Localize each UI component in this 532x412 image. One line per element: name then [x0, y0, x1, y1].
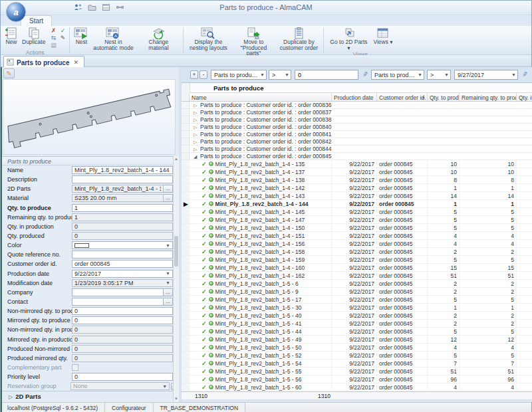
table-row[interactable]: ✓Mint_Ply_1.8_rev2_batch_1-4 - 1459/22/2… — [182, 208, 532, 216]
table-row[interactable]: ✓Mint_Ply_1.8_rev2_batch_1-5 - 69/22/201… — [182, 280, 532, 288]
field-input[interactable]: ▼ — [72, 241, 173, 249]
table-row[interactable]: ✓Mint_Ply_1.8_rev2_batch_1-5 - 529/22/20… — [182, 352, 532, 360]
duplicate-button[interactable]: Duplicate — [20, 27, 47, 46]
field-input[interactable] — [72, 298, 164, 306]
field-input[interactable] — [72, 175, 173, 183]
column-remaining-qty[interactable]: Remaining qty. to produce — [460, 93, 517, 101]
field-input[interactable]: 0 — [72, 354, 173, 362]
close-tab-icon[interactable]: ✕ — [72, 59, 80, 66]
collapsed-icon[interactable]: ▷ — [194, 146, 200, 153]
move-to-produced-button[interactable]: Move to "Produced parts" — [231, 27, 276, 57]
duplicate-by-customer-order-button[interactable]: Duplicate by customer order — [276, 27, 321, 51]
browse-button[interactable]: ... — [164, 288, 173, 296]
expander-2d-parts[interactable]: ▷2D Parts — [2, 391, 179, 401]
clear-filter1-icon[interactable]: ✎ — [361, 70, 369, 77]
collapsed-icon[interactable]: ▷ — [194, 116, 200, 124]
table-row[interactable]: ✓Mint_Ply_1.8_rev2_batch_1-4 - 1599/22/2… — [182, 256, 532, 264]
nest-button[interactable]: Nest — [72, 27, 90, 46]
group-row[interactable]: ▷Parts to produce : Customer order id. :… — [182, 109, 532, 116]
app-menu-button[interactable]: a — [6, 2, 26, 22]
table-row[interactable]: ✓Mint_Ply_1.8_rev2_batch_1-4 - 1509/22/2… — [182, 224, 532, 232]
group-row[interactable]: ▷Parts to produce : Customer order id. :… — [182, 102, 532, 109]
display-nesting-layouts-button[interactable]: Display the nesting layouts — [186, 27, 231, 51]
table-row[interactable]: ✓Mint_Ply_1.8_rev2_batch_1-4 - 1359/22/2… — [182, 160, 532, 168]
group-row[interactable]: ◢Parts to produce : Customer order id. :… — [182, 153, 532, 160]
collapsed-icon[interactable]: ▷ — [194, 102, 200, 109]
form-scrollbar[interactable]: ▲ ▼ — [173, 156, 179, 402]
scroll-up-icon[interactable]: ▲ — [174, 156, 179, 162]
filter1-field-select[interactable]: Parts to produce : Re...▼ — [211, 70, 267, 80]
go-to-2d-parts-button[interactable]: Go to 2D Parts ▾ — [326, 27, 371, 51]
refresh-icon[interactable]: ⇆ — [49, 35, 58, 42]
complementary-part-checkbox[interactable] — [72, 364, 78, 371]
column-qty-to-produce[interactable]: Qty. to produce — [428, 93, 460, 101]
field-input[interactable]: 0 — [72, 223, 173, 231]
table-row[interactable]: ✓Mint_Ply_1.8_rev2_batch_1-4 - 1389/22/2… — [182, 176, 532, 184]
filter1-value-input[interactable] — [295, 70, 358, 80]
field-input[interactable]: 9/22/2017▼ — [72, 270, 173, 278]
group-row[interactable]: ▷Parts to produce : Customer order id. :… — [182, 131, 532, 138]
table-row[interactable]: ✓Mint_Ply_1.8_rev2_batch_1-5 - 179/22/20… — [182, 296, 532, 304]
field-input[interactable]: 1 — [72, 213, 173, 221]
change-material-button[interactable]: Change material — [136, 27, 181, 51]
column-name[interactable]: Name — [190, 93, 332, 101]
collapsed-icon[interactable]: ▷ — [194, 109, 200, 116]
field-input[interactable]: 0 — [72, 345, 173, 353]
table-row[interactable]: ✓Mint_Ply_1.8_rev2_batch_1-5 - 449/22/20… — [182, 328, 532, 336]
field-input[interactable]: 0 — [72, 232, 173, 240]
expanded-icon[interactable]: ◢ — [194, 153, 200, 160]
edit-icon[interactable]: ✎ — [58, 35, 67, 42]
scroll-down-icon[interactable]: ▼ — [174, 396, 179, 402]
field-input[interactable]: 0 — [72, 316, 173, 324]
table-row[interactable]: ✓Mint_Ply_1.8_rev2_batch_1-4 - 1519/22/2… — [182, 232, 532, 240]
browse-button[interactable]: ... — [164, 298, 173, 306]
tab-start[interactable]: Start — [21, 15, 52, 26]
table-row[interactable]: ✓Mint_Ply_1.8_rev2_batch_1-4 - 1589/22/2… — [182, 248, 532, 256]
table-row[interactable]: ✓Mint_Ply_1.8_rev2_batch_1-5 - 99/22/201… — [182, 288, 532, 296]
column-customer-order-id[interactable]: Customer order id.▲ — [377, 93, 428, 101]
clear-filter2-icon[interactable]: ✎ — [521, 70, 529, 77]
add-filter-button[interactable]: + — [190, 70, 198, 79]
chevron-down-icon[interactable]: ▼ — [164, 280, 170, 285]
chevron-down-icon[interactable]: ▼ — [164, 271, 170, 276]
chevron-down-icon[interactable]: ▼ — [164, 243, 170, 248]
field-input[interactable]: S235 20.00 mm — [72, 194, 164, 202]
remove-filter-button[interactable]: - — [200, 70, 207, 79]
field-input[interactable]: None▼ — [70, 382, 170, 390]
filter1-operator-select[interactable]: >▼ — [269, 70, 291, 80]
group-row[interactable]: ▷Parts to produce : Customer order id. :… — [182, 116, 532, 124]
table-row[interactable]: ✓Mint_Ply_1.8_rev2_batch_1-4 - 1609/22/2… — [182, 264, 532, 272]
field-input[interactable]: 0 — [72, 336, 173, 344]
table-row[interactable]: ✓Mint_Ply_1.8_rev2_batch_1-4 - 1429/22/2… — [182, 184, 532, 192]
table-row[interactable]: ✓Mint_Ply_1.8_rev2_batch_1-4 - 1439/22/2… — [182, 192, 532, 200]
field-input[interactable]: 1 — [72, 204, 173, 212]
field-input[interactable] — [72, 288, 164, 296]
browse-button[interactable]: ... — [164, 185, 173, 193]
field-input[interactable]: 1/23/2019 3:05:17 PM▼ — [72, 279, 173, 287]
table-row[interactable]: ✓Mint_Ply_1.8_rev2_batch_1-5 - 309/22/20… — [182, 304, 532, 312]
table-row[interactable]: ✓Mint_Ply_1.8_rev2_batch_1-4 - 1629/22/2… — [182, 272, 532, 280]
table-row[interactable]: ✓Mint_Ply_1.8_rev2_batch_1-5 - 419/22/20… — [182, 320, 532, 328]
field-input[interactable]: 0 — [72, 326, 173, 334]
scrollbar-thumb[interactable] — [174, 236, 178, 266]
new-button[interactable]: New — [3, 27, 20, 46]
field-input[interactable]: 0 — [72, 373, 173, 381]
browse-button[interactable]: ... — [164, 194, 173, 202]
print-icon[interactable]: ▤ — [49, 42, 58, 49]
table-row[interactable]: ✓Mint_Ply_1.8_rev2_batch_1-5 - 559/22/20… — [182, 367, 532, 375]
table-row[interactable]: ✓Mint_Ply_1.8_rev2_batch_1-5 - 499/22/20… — [182, 336, 532, 344]
table-row[interactable]: ▶✓Mint_Ply_1.8_rev2_batch_1-4 - 1449/22/… — [182, 200, 532, 208]
delete-icon[interactable]: ✗ — [49, 27, 58, 35]
tab-parts-to-produce[interactable]: Parts to produce ✕ — [3, 56, 84, 67]
collapsed-icon[interactable]: ▷ — [194, 124, 200, 131]
table-row[interactable]: ✓Mint_Ply_1.8_rev2_batch_1-5 - 409/22/20… — [182, 312, 532, 320]
nest-automatic-button[interactable]: A Nest in automatic mode — [90, 27, 136, 51]
group-row[interactable]: ▷Parts to produce : Customer order id. :… — [182, 124, 532, 131]
column-qty-in[interactable]: Qty. in — [517, 93, 532, 101]
table-row[interactable]: ✓Mint_Ply_1.8_rev2_batch_1-4 - 1379/22/2… — [182, 168, 532, 176]
field-input[interactable]: Mint_Ply_1.8_rev2_batch_1-4 - 144 — [72, 166, 173, 174]
filter2-value-select[interactable]: 9/27/2017▼ — [454, 70, 518, 80]
table-row[interactable]: ✓Mint_Ply_1.8_rev2_batch_1-5 - 549/22/20… — [182, 360, 532, 367]
field-input[interactable] — [72, 251, 173, 258]
field-input[interactable]: order 000845 — [72, 260, 173, 268]
